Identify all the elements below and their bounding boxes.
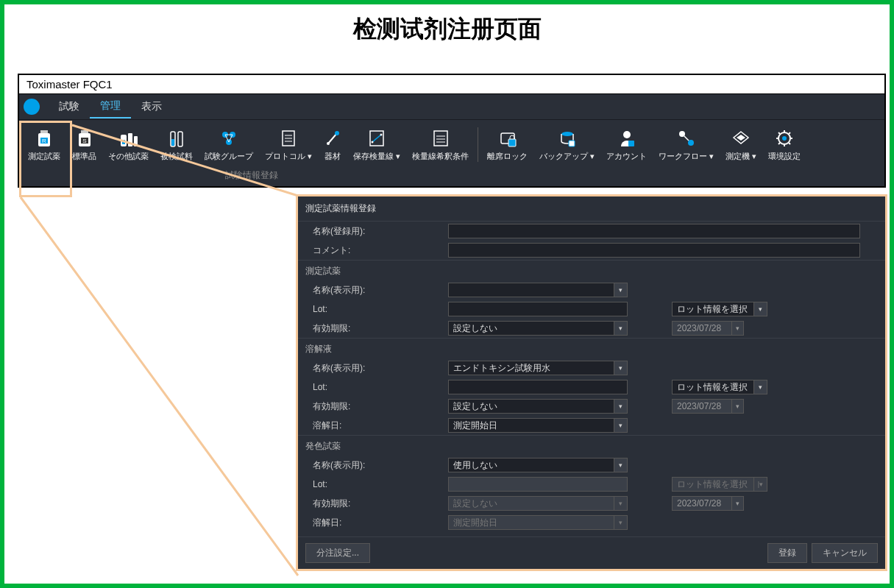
input-name-reg[interactable] — [448, 224, 860, 238]
svg-point-42 — [679, 131, 685, 137]
chevron-down-icon: ▾ — [614, 321, 628, 336]
tb-calib-dilution[interactable]: 検量線希釈条件 — [406, 126, 475, 163]
svg-line-54 — [789, 143, 790, 144]
tb-label: アカウント — [606, 151, 647, 162]
breadcrumb: 試験情報登録 — [19, 166, 884, 186]
svg-rect-11 — [122, 140, 125, 144]
btn-lot-select-1[interactable]: ロット情報を選択▾ — [672, 302, 767, 316]
section-solvent: 溶解液 — [298, 338, 885, 358]
input-solvent-lot[interactable] — [448, 380, 628, 394]
svg-text:R: R — [42, 138, 46, 144]
dialog-title: 測定試薬情報登録 — [298, 196, 885, 222]
account-icon — [618, 127, 636, 149]
combo-color-expiry: 設定しない▾ — [448, 496, 628, 511]
gear-icon — [776, 127, 793, 149]
lock-icon — [499, 127, 517, 149]
tubes-icon — [168, 127, 185, 149]
tb-other-reagent[interactable]: その他試薬 — [102, 126, 155, 163]
svg-rect-14 — [171, 139, 174, 146]
combo-reagent-expiry[interactable]: 設定しない▾ — [448, 321, 628, 336]
chevron-down-icon: ▾ — [614, 361, 628, 375]
svg-line-29 — [372, 135, 381, 142]
backup-icon — [558, 127, 576, 149]
instrument-icon — [732, 127, 750, 149]
svg-line-44 — [684, 136, 689, 141]
tb-measure-reagent[interactable]: R 測定試薬 — [22, 126, 66, 163]
chevron-down-icon: ▾ — [614, 496, 628, 511]
combo-reagent-name[interactable]: ▾ — [448, 283, 628, 297]
section-reagent: 測定試薬 — [298, 260, 885, 280]
btn-lot-select-3: ロット情報を選択|▾ — [672, 477, 767, 492]
btn-register[interactable]: 登録 — [767, 543, 807, 563]
tb-label: プロトコル ▾ — [265, 151, 312, 162]
bottle-s-icon: S — [76, 127, 93, 149]
chevron-down-icon: ▾ — [614, 515, 628, 530]
svg-point-48 — [782, 136, 787, 141]
tb-label: ワークフロー ▾ — [659, 151, 714, 162]
date-solvent-expiry[interactable]: 2023/07/28▾ — [672, 399, 744, 414]
svg-point-27 — [327, 142, 330, 145]
menubar: 試験 管理 表示 — [19, 94, 884, 119]
svg-rect-37 — [508, 139, 516, 146]
tb-env[interactable]: 環境設定 — [762, 126, 806, 163]
svg-rect-32 — [434, 131, 447, 146]
tb-label: 標準品 — [72, 151, 96, 162]
tb-label: 検量線希釈条件 — [412, 151, 469, 162]
tb-label: 測定試薬 — [28, 151, 60, 162]
svg-rect-0 — [40, 130, 48, 133]
input-reagent-lot[interactable] — [448, 302, 628, 316]
label-solvent-expiry: 有効期限: — [308, 400, 448, 413]
tb-stored-calib[interactable]: 保存検量線 ▾ — [347, 126, 406, 163]
input-comment[interactable] — [448, 243, 860, 258]
chevron-down-icon: ▾ — [614, 283, 628, 297]
chevron-down-icon: ▾ — [614, 458, 628, 472]
label-comment: コメント: — [308, 244, 448, 257]
chevron-down-icon: ▾ — [614, 399, 628, 414]
svg-point-26 — [335, 131, 339, 135]
btn-cancel[interactable]: キャンセル — [812, 543, 878, 563]
date-reagent-expiry[interactable]: 2023/07/28▾ — [672, 321, 744, 336]
label-color-lot: Lot: — [308, 479, 448, 489]
svg-rect-4 — [81, 130, 88, 133]
label-color-name: 名称(表示用): — [308, 459, 448, 472]
menu-manage[interactable]: 管理 — [90, 95, 131, 118]
svg-point-38 — [561, 132, 573, 136]
tb-test-group[interactable]: 試験グループ — [199, 126, 259, 163]
tb-test-material[interactable]: 被検試料 — [155, 126, 199, 163]
label-solvent-lot: Lot: — [308, 382, 448, 392]
bottles-icon — [119, 127, 138, 149]
label-color-expiry: 有効期限: — [308, 497, 448, 510]
tb-account[interactable]: アカウント — [600, 126, 653, 163]
tb-standards[interactable]: S 標準品 — [66, 126, 102, 163]
tb-equipment[interactable]: 器材 — [318, 126, 347, 163]
svg-point-40 — [623, 131, 631, 138]
combo-solvent-expiry[interactable]: 設定しない▾ — [448, 399, 628, 414]
protocol-icon — [280, 127, 297, 149]
tb-instrument[interactable]: 測定機 ▾ — [720, 126, 762, 163]
tb-label: 測定機 ▾ — [726, 151, 756, 162]
tb-lock[interactable]: 離席ロック — [481, 126, 533, 163]
section-color: 発色試薬 — [298, 435, 885, 456]
svg-line-55 — [778, 143, 780, 144]
combo-solvent-dissolve[interactable]: 測定開始日▾ — [448, 418, 628, 433]
btn-dispense-settings[interactable]: 分注設定... — [305, 543, 370, 563]
combo-color-name[interactable]: 使用しない▾ — [448, 458, 628, 472]
svg-line-56 — [789, 132, 790, 134]
tb-backup[interactable]: バックアップ ▾ — [533, 126, 600, 163]
btn-lot-select-2[interactable]: ロット情報を選択▾ — [672, 380, 767, 394]
svg-text:S: S — [82, 138, 86, 144]
svg-line-53 — [778, 132, 780, 134]
tb-label: 離席ロック — [487, 151, 528, 162]
input-color-lot — [448, 477, 628, 492]
menu-display[interactable]: 表示 — [131, 96, 172, 118]
tb-protocol[interactable]: プロトコル ▾ — [259, 126, 318, 163]
app-icon[interactable] — [24, 99, 40, 115]
tb-label: 被検試料 — [160, 151, 193, 162]
combo-solvent-name[interactable]: エンドトキシン試験用水▾ — [448, 361, 628, 375]
menu-test[interactable]: 試験 — [49, 96, 90, 118]
tb-workflow[interactable]: ワークフロー ▾ — [653, 126, 720, 163]
chevron-down-icon: ▾ — [732, 399, 744, 414]
label-solvent-dissolve: 溶解日: — [308, 419, 448, 432]
chevron-down-icon: ▾ — [732, 321, 744, 336]
svg-rect-13 — [178, 132, 182, 146]
